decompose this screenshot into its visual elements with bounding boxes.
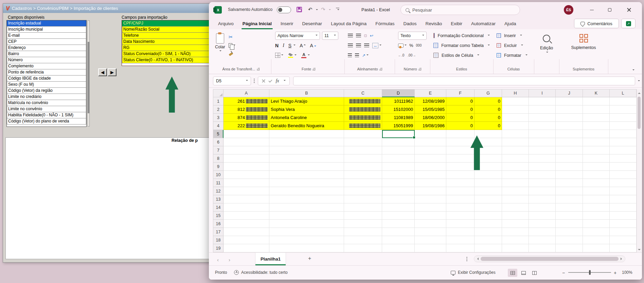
cell-H11[interactable] [502,179,529,187]
cell-A9[interactable] [223,163,269,171]
cell-F17[interactable] [446,228,475,236]
ribbon-tab-revis-o[interactable]: Revisão [421,18,447,29]
next-sheet-button[interactable]: › [229,257,230,263]
excel-titlebar[interactable]: x Salvamento Automático ↶ ↷ Pasta1 - Exc… [209,2,642,18]
cell-B2[interactable]: Sophia Vera [269,105,344,114]
import-field-item[interactable]: RG [122,45,212,51]
cell-F3[interactable]: 0 [446,114,475,122]
cell-L19[interactable] [610,244,637,252]
cell-F10[interactable] [446,171,475,179]
available-field-item[interactable]: Limite no convênio [7,106,86,112]
cell-J11[interactable] [556,179,583,187]
cell-D3[interactable]: 11081989 [382,114,415,122]
cell-H8[interactable] [502,154,529,163]
cell-B11[interactable] [269,179,344,187]
row-header-6[interactable]: 6 [213,138,223,146]
cell-A6[interactable] [223,138,269,146]
accessibility-status[interactable]: Acessibilidade: tudo certo [234,270,288,275]
cell-A19[interactable] [223,244,269,252]
minimize-button[interactable] [584,2,600,18]
cell-I2[interactable] [529,105,556,114]
add-sheet-button[interactable]: + [308,255,311,262]
cell-E2[interactable]: 15/05/1985 [415,105,446,114]
cell-F15[interactable] [446,212,475,220]
underline-button[interactable]: S [288,43,291,48]
italic-button[interactable]: I [283,43,284,48]
confirm-entry-icon[interactable] [268,79,272,82]
cell-C8[interactable] [344,154,382,163]
delete-cells-button[interactable]: Excluir [494,40,533,50]
cell-J1[interactable] [556,97,583,105]
row-header-16[interactable]: 16 [213,220,223,228]
cell-L14[interactable] [610,203,637,212]
format-cells-button[interactable]: Formatar [494,50,533,60]
addins-group[interactable]: Suplementos Suplementos [560,31,607,73]
cell-G2[interactable]: 0 [475,105,502,114]
cell-F18[interactable] [446,236,475,244]
cell-I10[interactable] [529,171,556,179]
cancel-entry-icon[interactable] [262,79,265,83]
cell-B1[interactable]: Levi Thiago Araújo [269,97,344,105]
percent-style-button[interactable]: % [409,43,413,48]
cell-H9[interactable] [502,163,529,171]
cell-I9[interactable] [529,163,556,171]
cell-C17[interactable] [344,228,382,236]
increase-decimal-button[interactable]: ←.0 [398,53,404,57]
cell-I3[interactable] [529,114,556,122]
expand-formula-bar-icon[interactable] [638,80,640,82]
available-field-item[interactable]: Sexo (F ou M) [7,81,86,88]
cell-J7[interactable] [556,146,583,154]
cell-E18[interactable] [415,236,446,244]
cell-A17[interactable] [223,228,269,236]
cell-A11[interactable] [223,179,269,187]
cell-I1[interactable] [529,97,556,105]
cell-A5[interactable] [223,130,269,138]
cell-K4[interactable] [583,122,610,130]
cell-H2[interactable] [502,105,529,114]
ribbon-tab-automatizar[interactable]: Automatizar [467,18,500,29]
cell-K14[interactable] [583,203,610,212]
row-header-2[interactable]: 2 [213,105,223,114]
conditional-formatting-button[interactable]: Formatação Condicional [431,31,493,40]
cell-B4[interactable]: Geraldo Benedito Nogueira [269,122,344,130]
import-field-item[interactable]: Data Nascimento [122,38,212,45]
row-header-5[interactable]: 5 [213,130,223,138]
comments-button[interactable]: Comentários [574,19,619,28]
cell-E1[interactable]: 12/08/1989 [415,97,446,105]
cell-A12[interactable] [223,187,269,195]
cell-I18[interactable] [529,236,556,244]
cell-B3[interactable]: Antonella Caroline [269,114,344,122]
cell-D16[interactable] [382,220,415,228]
cell-K9[interactable] [583,163,610,171]
comma-style-button[interactable]: 000 [416,44,422,47]
format-as-table-button[interactable]: Formatar como Tabela [431,40,493,50]
cell-C16[interactable] [344,220,382,228]
cell-L3[interactable] [610,114,637,122]
account-avatar[interactable]: ÉS [564,5,573,15]
row-header-11[interactable]: 11 [213,179,223,187]
cell-C10[interactable] [344,171,382,179]
cell-C1[interactable] [344,97,382,105]
column-header-J[interactable]: J [556,89,583,97]
row-header-3[interactable]: 3 [213,114,223,122]
cell-L4[interactable] [610,122,637,130]
available-field-item[interactable]: Ponto de referência [7,69,86,76]
dialog-launcher-icon[interactable] [379,68,382,70]
decrease-decimal-button[interactable]: .00→ [408,53,416,57]
column-header-D[interactable]: D [382,89,415,97]
cell-D12[interactable] [382,187,415,195]
display-settings-button[interactable]: Exibir Configurações [451,270,496,275]
cell-D18[interactable] [382,236,415,244]
cell-H13[interactable] [502,195,529,203]
row-header-9[interactable]: 9 [213,163,223,171]
import-field-item[interactable]: Status Cliente(0 - ATIVO, 1 - INATIVO) [122,57,212,63]
formula-input[interactable] [293,77,635,85]
save-icon[interactable] [297,7,302,12]
cell-J5[interactable] [556,130,583,138]
column-header-B[interactable]: B [269,89,344,97]
cell-F13[interactable] [446,195,475,203]
cell-H5[interactable] [502,130,529,138]
cell-B19[interactable] [269,244,344,252]
cell-J4[interactable] [556,122,583,130]
cell-I5[interactable] [529,130,556,138]
